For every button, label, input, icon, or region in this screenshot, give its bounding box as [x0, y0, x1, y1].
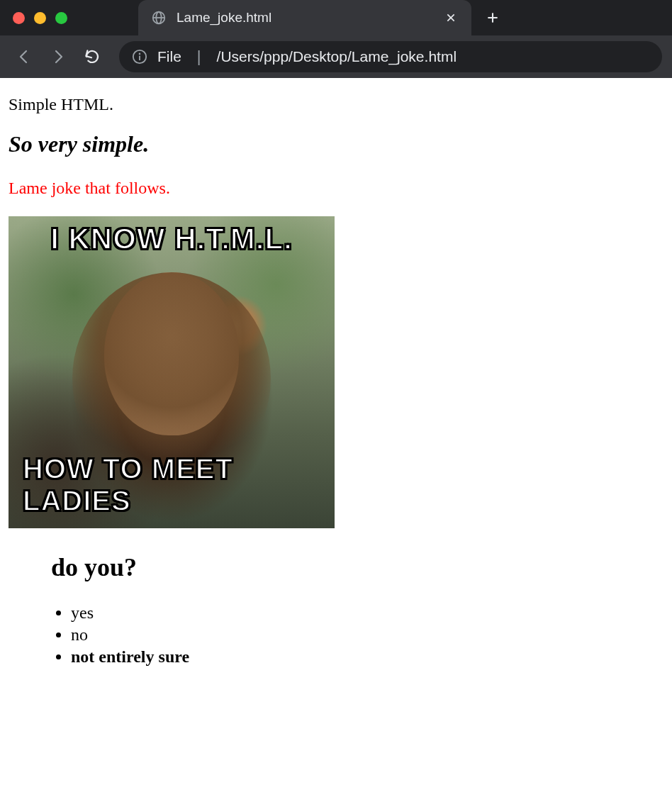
- tab-bar: Lame_joke.html: [0, 0, 672, 35]
- toolbar: File | /Users/ppp/Desktop/Lame_joke.html: [0, 35, 672, 78]
- list-item: yes: [71, 603, 663, 623]
- reload-button[interactable]: [78, 43, 106, 71]
- meme-caption-top: I KNOW H.T.M.L.: [9, 222, 335, 256]
- address-bar[interactable]: File | /Users/ppp/Desktop/Lame_joke.html: [119, 41, 662, 72]
- url-scheme: File: [157, 48, 181, 65]
- globe-icon: [151, 10, 167, 26]
- url-separator: |: [191, 48, 207, 66]
- list-item: no: [71, 625, 663, 645]
- info-icon[interactable]: [132, 49, 147, 65]
- meme-caption-bottom: HOW TO MEET LADIES: [9, 453, 335, 517]
- url-path: /Users/ppp/Desktop/Lame_joke.html: [217, 48, 457, 65]
- meme-image: I KNOW H.T.M.L. HOW TO MEET LADIES: [9, 216, 335, 528]
- paragraph-1: Simple HTML.: [9, 95, 663, 114]
- question-heading: do you?: [51, 552, 663, 582]
- paragraph-3: Lame joke that follows.: [9, 179, 663, 198]
- window-controls: [13, 12, 67, 24]
- paragraph-2: So very simple.: [9, 131, 663, 157]
- tab-title: Lame_joke.html: [177, 10, 433, 26]
- back-button[interactable]: [10, 43, 38, 71]
- answer-list: yes no not entirely sure: [54, 603, 663, 667]
- close-tab-icon[interactable]: [443, 10, 459, 26]
- forward-button[interactable]: [44, 43, 72, 71]
- maximize-window-button[interactable]: [55, 12, 67, 24]
- svg-point-8: [139, 53, 141, 55]
- browser-tab[interactable]: Lame_joke.html: [138, 0, 471, 35]
- minimize-window-button[interactable]: [34, 12, 46, 24]
- browser-chrome: Lame_joke.html File | /Users/ppp/Desktop…: [0, 0, 672, 78]
- page-content: Simple HTML. So very simple. Lame joke t…: [0, 78, 672, 678]
- svg-rect-9: [139, 56, 140, 60]
- list-item: not entirely sure: [71, 647, 663, 667]
- new-tab-button[interactable]: [478, 4, 507, 32]
- close-window-button[interactable]: [13, 12, 25, 24]
